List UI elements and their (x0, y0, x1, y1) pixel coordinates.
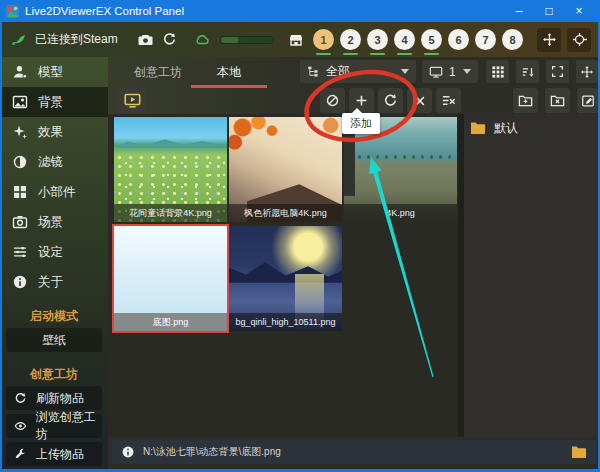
screenshot-button[interactable] (134, 28, 158, 52)
chevron-down-icon (401, 69, 409, 78)
upload-items-button[interactable]: 上传物品 (6, 442, 102, 466)
wallpaper-mode-button[interactable]: 壁纸 (6, 328, 102, 352)
slot-button-3[interactable]: 3 (367, 29, 388, 50)
circle-slash-icon (325, 93, 340, 108)
person-icon (12, 64, 28, 80)
minimize-button[interactable]: – (504, 0, 534, 22)
slot-button-8[interactable]: 8 (502, 29, 523, 50)
info-icon (12, 274, 28, 290)
slot-button-6[interactable]: 6 (448, 29, 469, 50)
launch-mode-header: 启动模式 (0, 308, 108, 325)
window-title: Live2DViewerEX Control Panel (25, 5, 184, 17)
thumbnail-filename: 4K.png (344, 204, 457, 222)
background-thumbnail[interactable]: 枫色祈愿电脑4K.png (229, 117, 342, 222)
shop-icon (288, 32, 304, 48)
delete-folder-button[interactable] (545, 88, 570, 113)
cloud-icon (192, 32, 212, 48)
thumbnail-filename: 底图.png (114, 313, 227, 331)
sidebar-item-widgets[interactable]: 小部件 (0, 177, 108, 207)
tab-workshop[interactable]: 创意工坊 (128, 60, 188, 84)
reload-list-button[interactable] (378, 88, 403, 113)
arrange-button[interactable] (576, 60, 598, 83)
rename-folder-button[interactable] (577, 88, 598, 113)
add-tooltip: 添加 (342, 113, 380, 134)
plus-icon (354, 93, 369, 108)
add-folder-button[interactable] (513, 88, 538, 113)
slot-button-1[interactable]: 1 (313, 29, 334, 50)
background-thumbnail[interactable]: bg_qinli_high_10511.png (229, 226, 342, 331)
sidebar-item-filters[interactable]: 滤镜 (0, 147, 108, 177)
monitor-dropdown[interactable]: 1 (422, 60, 478, 83)
tv-play-icon (123, 92, 142, 109)
maximize-button[interactable]: □ (534, 0, 564, 22)
slot-button-4[interactable]: 4 (394, 29, 415, 50)
slot-button-2[interactable]: 2 (340, 29, 361, 50)
sidebar-item-model[interactable]: 模型 (0, 57, 108, 87)
selected-file-path: N:\泳池七罪\动态背景\底图.png (143, 445, 563, 459)
clear-list-button[interactable] (436, 88, 461, 113)
tab-local[interactable]: 本地 (191, 60, 267, 84)
rotate-icon (383, 93, 398, 108)
refresh-items-button[interactable]: 刷新物品 (6, 386, 102, 410)
filter-value: 全部 (326, 63, 350, 80)
sidebar-item-settings[interactable]: 设定 (0, 237, 108, 267)
steam-connected-icon (9, 32, 28, 48)
sidebar-item-about[interactable]: 关于 (0, 267, 108, 297)
window-border (0, 22, 2, 472)
thumbnail-filename: bg_qinli_high_10511.png (229, 313, 342, 331)
disable-button[interactable] (320, 88, 345, 113)
remove-button[interactable] (407, 88, 432, 113)
chevron-down-icon (463, 69, 471, 78)
sidebar-item-label: 小部件 (38, 184, 76, 201)
landscape-icon (12, 94, 28, 110)
camera-outline-icon (12, 214, 28, 230)
thumbnail-filename: 枫色祈愿电脑4K.png (229, 204, 342, 222)
sparkles-icon (12, 124, 28, 140)
folder-item-default[interactable]: 默认 (470, 118, 592, 138)
upload-items-label: 上传物品 (36, 446, 84, 463)
app-window: Live2DViewerEX Control Panel – □ × 已连接到S… (0, 0, 600, 472)
info-icon (121, 445, 135, 459)
sidebar-item-effects[interactable]: 效果 (0, 117, 108, 147)
background-thumbnail-selected[interactable]: 底图.png (114, 226, 227, 331)
target-position-button[interactable] (567, 28, 591, 52)
close-button[interactable]: × (564, 0, 594, 22)
sidebar-item-label: 设定 (38, 244, 63, 261)
background-thumbnail[interactable]: 花间童话背景4K.png (114, 117, 227, 222)
sidebar-item-background[interactable]: 背景 (0, 87, 108, 117)
grid-view-button[interactable] (486, 60, 509, 83)
tree-icon (307, 65, 320, 78)
cloud-sync-group[interactable] (192, 32, 274, 48)
list-x-icon (441, 93, 456, 108)
camera-icon (137, 32, 154, 48)
fullscreen-button[interactable] (546, 60, 569, 83)
category-filter-dropdown[interactable]: 全部 (300, 60, 416, 83)
expand-icon (551, 65, 564, 78)
sidebar-item-label: 滤镜 (38, 154, 63, 171)
status-bar: N:\泳池七罪\动态背景\底图.png (112, 440, 596, 464)
folder-icon (470, 121, 486, 135)
folder-plus-icon (518, 93, 533, 108)
browse-workshop-button[interactable]: 浏览创意工坊 (6, 414, 102, 438)
widgets-icon (12, 184, 28, 200)
contrast-icon (12, 154, 28, 170)
slot-button-5[interactable]: 5 (421, 29, 442, 50)
top-toolbar: 已连接到Steam (0, 22, 600, 57)
sidebar: 模型 背景 效果 滤镜 (0, 57, 108, 472)
refresh-items-label: 刷新物品 (36, 390, 84, 407)
open-folder-icon[interactable] (571, 445, 587, 459)
sort-icon (521, 65, 535, 79)
sidebar-item-label: 模型 (38, 64, 63, 81)
sort-button[interactable] (516, 60, 539, 83)
sidebar-item-scenes[interactable]: 场景 (0, 207, 108, 237)
scene-slot-selector: 1 2 3 4 5 6 7 8 (313, 29, 523, 50)
slot-button-7[interactable]: 7 (475, 29, 496, 50)
reload-button[interactable] (158, 28, 182, 52)
workshop-store-button[interactable] (284, 28, 308, 52)
edit-pencil-icon (581, 94, 595, 108)
move-window-button[interactable] (537, 28, 561, 52)
window-controls: – □ × (504, 0, 594, 22)
sliders-icon (12, 244, 28, 260)
preview-play-button[interactable] (117, 88, 147, 113)
close-icon (413, 94, 427, 108)
